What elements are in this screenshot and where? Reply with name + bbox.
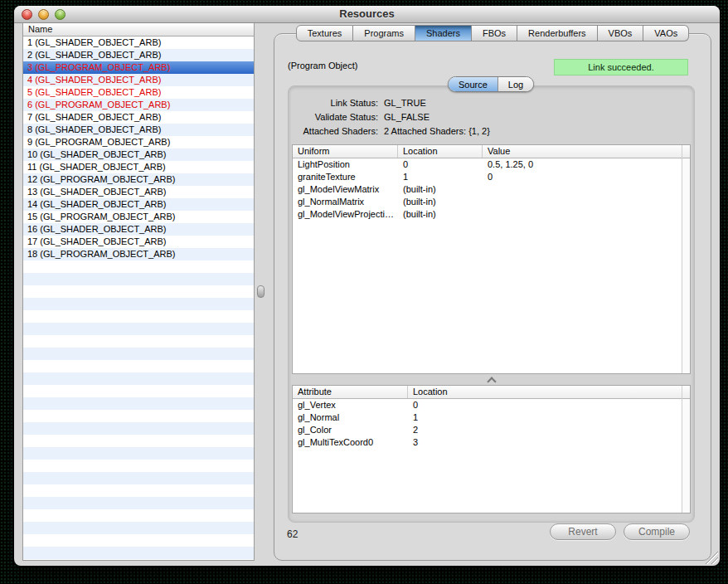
minimize-button[interactable] — [38, 9, 49, 20]
cell: 0.5, 1.25, 0 — [483, 158, 690, 171]
uniform-row[interactable]: graniteTexture10 — [293, 171, 690, 183]
cell: LightPosition — [293, 158, 398, 171]
compile-button[interactable]: Compile — [624, 523, 690, 540]
status-row: Validate Status:GL_FALSE — [289, 110, 694, 124]
cell: gl_ModelViewMatrix — [293, 183, 398, 196]
cell: 1 — [408, 411, 690, 424]
title-bar[interactable]: Resources — [14, 6, 720, 23]
viewtab-log[interactable]: Log — [497, 77, 533, 91]
cell: 3 — [408, 436, 690, 449]
list-item[interactable]: 6 (GL_PROGRAM_OBJECT_ARB) — [23, 99, 254, 111]
list-empty-row — [23, 372, 254, 385]
source-log-tabs: SourceLog — [448, 76, 534, 92]
cell: 0 — [398, 158, 483, 171]
cell: gl_ModelViewProjecti… — [293, 208, 398, 221]
close-button[interactable] — [22, 9, 32, 20]
uniform-table-body: LightPosition00.5, 1.25, 0graniteTexture… — [293, 158, 690, 221]
list-empty-row — [23, 522, 254, 534]
list-item[interactable]: 17 (GL_SHADER_OBJECT_ARB) — [23, 236, 254, 248]
shader-detail-box: Link Status:GL_TRUEValidate Status:GL_FA… — [288, 85, 695, 523]
list-empty-row — [23, 273, 254, 285]
object-list-header[interactable]: Name — [23, 23, 254, 36]
attribute-table: AttributeLocation gl_Vertex0gl_Normal1gl… — [292, 385, 691, 513]
list-item[interactable]: 16 (GL_SHADER_OBJECT_ARB) — [23, 223, 254, 236]
uniform-row[interactable]: gl_ModelViewMatrix(built-in) — [293, 183, 690, 196]
attribute-row[interactable]: gl_Normal1 — [293, 411, 690, 424]
list-empty-row — [23, 559, 254, 561]
cell: 2 — [408, 424, 690, 436]
list-empty-row — [23, 298, 254, 310]
resource-tabs: TexturesProgramsShadersFBOsRenderbuffers… — [274, 25, 711, 41]
list-empty-row — [23, 310, 254, 323]
attribute-row[interactable]: gl_MultiTexCoord03 — [293, 436, 690, 449]
status-label: Validate Status: — [289, 110, 378, 124]
list-item[interactable]: 1 (GL_SHADER_OBJECT_ARB) — [23, 36, 254, 49]
cell — [483, 208, 690, 221]
uniform-row[interactable]: gl_NormalMatrix(built-in) — [293, 196, 690, 208]
object-count-label: 62 — [287, 528, 298, 540]
list-item[interactable]: 2 (GL_SHADER_OBJECT_ARB) — [23, 49, 254, 61]
column-header-value[interactable]: Value — [483, 145, 690, 158]
list-item[interactable]: 7 (GL_SHADER_OBJECT_ARB) — [23, 111, 254, 124]
status-row: Attached Shaders:2 Attached Shaders: {1,… — [289, 124, 694, 139]
list-empty-row — [23, 285, 254, 298]
list-item[interactable]: 11 (GL_SHADER_OBJECT_ARB) — [23, 161, 254, 173]
cell: gl_Vertex — [293, 399, 408, 411]
revert-button[interactable]: Revert — [550, 523, 616, 540]
tab-fbos[interactable]: FBOs — [472, 25, 517, 41]
list-empty-row — [23, 509, 254, 522]
list-empty-row — [23, 323, 254, 335]
status-value: 2 Attached Shaders: {1, 2} — [384, 124, 490, 139]
tab-shaders[interactable]: Shaders — [415, 25, 472, 41]
attribute-row[interactable]: gl_Color2 — [293, 424, 690, 436]
list-empty-row — [23, 385, 254, 397]
list-item[interactable]: 12 (GL_PROGRAM_OBJECT_ARB) — [23, 173, 254, 186]
cell: gl_NormalMatrix — [293, 196, 398, 208]
list-empty-row — [23, 447, 254, 460]
list-empty-row — [23, 484, 254, 497]
attribute-row[interactable]: gl_Vertex0 — [293, 399, 690, 411]
uniform-table-scrollbar[interactable] — [682, 145, 690, 373]
column-header-location[interactable]: Location — [408, 386, 690, 398]
status-value: GL_TRUE — [384, 96, 426, 110]
zoom-button[interactable] — [55, 9, 66, 20]
cell: (built-in) — [398, 183, 483, 196]
traffic-lights — [22, 9, 66, 20]
cell: gl_Normal — [293, 411, 408, 424]
object-list: Name 1 (GL_SHADER_OBJECT_ARB)2 (GL_SHADE… — [22, 23, 255, 561]
tab-vaos[interactable]: VAOs — [643, 25, 689, 41]
tab-textures[interactable]: Textures — [296, 25, 354, 41]
attribute-table-scrollbar[interactable] — [682, 386, 690, 513]
column-header-uniform[interactable]: Uniform — [293, 145, 398, 158]
link-status-badge: Link succeeded. — [554, 59, 688, 75]
uniform-row[interactable]: gl_ModelViewProjecti…(built-in) — [293, 208, 690, 221]
uniform-row[interactable]: LightPosition00.5, 1.25, 0 — [293, 158, 690, 171]
cell — [483, 183, 690, 196]
list-empty-row — [23, 260, 254, 273]
table-splitter-handle[interactable] — [488, 377, 495, 382]
list-item[interactable]: 15 (GL_PROGRAM_OBJECT_ARB) — [23, 211, 254, 223]
attribute-table-body: gl_Vertex0gl_Normal1gl_Color2gl_MultiTex… — [293, 399, 690, 449]
tab-programs[interactable]: Programs — [353, 25, 415, 41]
list-item[interactable]: 5 (GL_SHADER_OBJECT_ARB) — [23, 86, 254, 99]
pane-splitter-handle[interactable] — [257, 285, 265, 298]
column-header-attribute[interactable]: Attribute — [293, 386, 408, 398]
attribute-table-header: AttributeLocation — [293, 386, 690, 399]
column-header-location[interactable]: Location — [398, 145, 483, 158]
status-row: Link Status:GL_TRUE — [289, 96, 694, 110]
cell: gl_MultiTexCoord0 — [293, 436, 408, 449]
list-item[interactable]: 18 (GL_PROGRAM_OBJECT_ARB) — [23, 248, 254, 260]
list-item[interactable]: 14 (GL_SHADER_OBJECT_ARB) — [23, 198, 254, 211]
viewtab-source[interactable]: Source — [449, 77, 497, 91]
list-item[interactable]: 9 (GL_PROGRAM_OBJECT_ARB) — [23, 136, 254, 148]
list-item[interactable]: 3 (GL_PROGRAM_OBJECT_ARB) — [23, 61, 254, 74]
cell: gl_Color — [293, 424, 408, 436]
list-item[interactable]: 8 (GL_SHADER_OBJECT_ARB) — [23, 124, 254, 136]
list-empty-row — [23, 435, 254, 447]
list-item[interactable]: 4 (GL_SHADER_OBJECT_ARB) — [23, 74, 254, 86]
tab-renderbuffers[interactable]: Renderbuffers — [517, 25, 598, 41]
tab-vbos[interactable]: VBOs — [598, 25, 644, 41]
list-item[interactable]: 10 (GL_SHADER_OBJECT_ARB) — [23, 148, 254, 161]
list-item[interactable]: 13 (GL_SHADER_OBJECT_ARB) — [23, 186, 254, 198]
list-empty-row — [23, 534, 254, 547]
